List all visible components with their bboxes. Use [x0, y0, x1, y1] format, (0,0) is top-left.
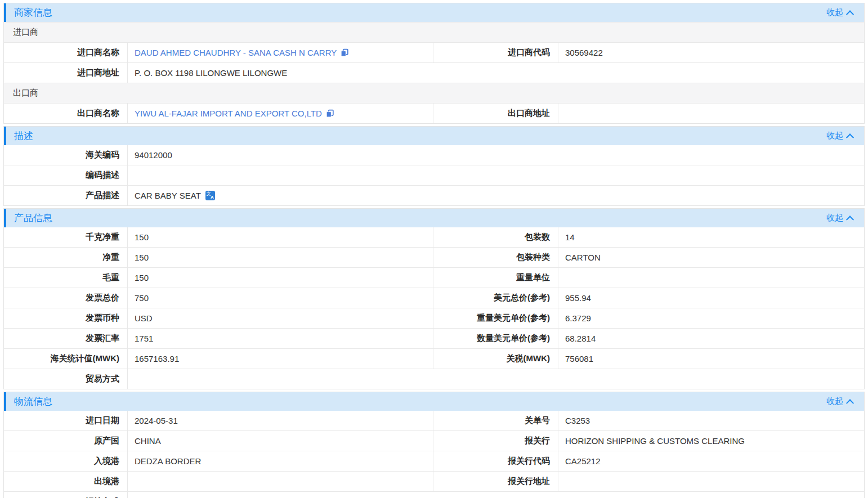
copy-icon[interactable] [326, 109, 334, 118]
field-label: 原产国 [4, 431, 127, 451]
field-value: 2024-05-31 [127, 411, 433, 430]
field-value: 1657163.91 [127, 349, 433, 369]
chevron-up-icon [846, 399, 854, 407]
table-row-hs-code: 海关编码 94012000 [4, 145, 864, 165]
field-value: USD [127, 308, 433, 328]
field-value: DEDZA BORDER [127, 451, 433, 471]
field-label: 报关行代码 [433, 451, 558, 471]
table-row: 发票汇率 1751 数量美元单价(参考) 68.2814 [4, 328, 864, 348]
copy-icon[interactable] [341, 48, 348, 57]
table-row: 毛重 150 重量单位 [4, 267, 864, 288]
collapse-label: 收起 [826, 396, 843, 407]
field-label: 出境港 [4, 472, 127, 491]
chevron-up-icon [846, 10, 854, 18]
translate-icon[interactable]: 文 A [205, 191, 215, 200]
section-title: 产品信息 [14, 212, 52, 225]
section-header-description: 描述 收起 [4, 127, 864, 145]
section-title: 商家信息 [14, 6, 52, 19]
table-row-importer-address: 进口商地址 P. O. BOX 1198 LILONGWE LILONGWE [4, 62, 864, 83]
table-row: 出境港 报关行地址 [4, 471, 864, 491]
subsection-label: 进口商 [13, 27, 38, 38]
field-value-exporter-address [558, 104, 864, 123]
field-value-exporter-name: YIWU AL-FAJAR IMPORT AND EXPORT CO,LTD [127, 104, 433, 123]
table-row-importer-name: 进口商名称 DAUD AHMED CHAUDHRY - SANA CASH N … [4, 42, 864, 62]
field-label: 关税(MWK) [433, 349, 558, 369]
field-label: 出口商地址 [433, 104, 558, 123]
field-value-importer-name: DAUD AHMED CHAUDHRY - SANA CASH N CARRY [127, 43, 433, 62]
field-value-trade-mode [127, 369, 864, 389]
importer-name-link[interactable]: DAUD AHMED CHAUDHRY - SANA CASH N CARRY [135, 48, 337, 57]
field-label: 净重 [4, 248, 127, 267]
field-label: 出口商名称 [4, 104, 127, 123]
field-value-importer-code: 30569422 [558, 43, 864, 62]
section-description: 描述 收起 海关编码 94012000 编码描述 产品描述 CAR BABY S… [3, 126, 865, 206]
collapse-button[interactable]: 收起 [826, 396, 853, 407]
field-value: 150 [127, 268, 433, 288]
exporter-name-link[interactable]: YIWU AL-FAJAR IMPORT AND EXPORT CO,LTD [135, 109, 322, 118]
section-product: 产品信息 收起 千克净重 150 包装数 14 净重 150 包装种类 CART… [3, 208, 865, 389]
field-value: C3253 [558, 411, 864, 430]
section-logistics: 物流信息 收起 进口日期 2024-05-31 关单号 C3253 原产国 CH… [3, 392, 865, 498]
table-row-code-desc: 编码描述 [4, 165, 864, 185]
table-row: 海关统计值(MWK) 1657163.91 关税(MWK) 756081 [4, 348, 864, 369]
collapse-button[interactable]: 收起 [826, 7, 853, 18]
field-label: 产品描述 [4, 186, 127, 205]
field-value: 150 [127, 248, 433, 267]
field-label: 毛重 [4, 268, 127, 288]
field-value: 750 [127, 288, 433, 308]
table-row: 发票币种 USD 重量美元单价(参考) 6.3729 [4, 308, 864, 328]
field-label: 进口商名称 [4, 43, 127, 62]
field-label: 进口商代码 [433, 43, 558, 62]
field-value [558, 268, 864, 288]
field-value: 6.3729 [558, 308, 864, 328]
chevron-up-icon [846, 216, 854, 223]
field-label: 重量单位 [433, 268, 558, 288]
field-value: 1751 [127, 329, 433, 348]
field-value-importer-address: P. O. BOX 1198 LILONGWE LILONGWE [127, 63, 864, 83]
table-row-transport-mode: 运输方式 CONTAINER BY ROAD TRANSPORT [4, 491, 864, 498]
table-row-exporter-name: 出口商名称 YIWU AL-FAJAR IMPORT AND EXPORT CO… [4, 103, 864, 123]
section-title: 物流信息 [14, 395, 52, 408]
product-desc-text: CAR BABY SEAT [135, 191, 201, 200]
field-label: 包装数 [433, 227, 558, 247]
chevron-up-icon [846, 133, 854, 141]
section-header-merchant: 商家信息 收起 [4, 3, 864, 22]
field-value-transport-mode: CONTAINER BY ROAD TRANSPORT [127, 492, 864, 498]
field-value: 150 [127, 227, 433, 247]
field-label: 数量美元单价(参考) [433, 329, 558, 348]
collapse-button[interactable]: 收起 [826, 131, 853, 141]
table-row-trade-mode: 贸易方式 [4, 369, 864, 389]
field-value [127, 472, 433, 491]
field-value: CHINA [127, 431, 433, 451]
field-label: 包装种类 [433, 248, 558, 267]
field-label: 千克净重 [4, 227, 127, 247]
field-value: CARTON [558, 248, 864, 267]
field-label: 编码描述 [4, 165, 127, 185]
field-label: 发票总价 [4, 288, 127, 308]
table-row: 发票总价 750 美元总价(参考) 955.94 [4, 288, 864, 308]
field-value-code-desc [127, 165, 864, 185]
trade-record-detail-page: 商家信息 收起 进口商 进口商名称 DAUD AHMED CHAUDHRY - … [0, 0, 868, 498]
field-label: 发票汇率 [4, 329, 127, 348]
subsection-exporter: 出口商 [4, 83, 864, 103]
field-label: 运输方式 [4, 492, 127, 498]
field-label: 海关编码 [4, 145, 127, 165]
field-value: 68.2814 [558, 329, 864, 348]
field-label: 入境港 [4, 451, 127, 471]
collapse-button[interactable]: 收起 [826, 213, 853, 223]
table-row: 千克净重 150 包装数 14 [4, 227, 864, 247]
table-row: 入境港 DEDZA BORDER 报关行代码 CA25212 [4, 451, 864, 471]
subsection-importer: 进口商 [4, 22, 864, 42]
table-row: 进口日期 2024-05-31 关单号 C3253 [4, 411, 864, 430]
field-label: 海关统计值(MWK) [4, 349, 127, 369]
collapse-label: 收起 [826, 213, 843, 223]
field-label: 进口商地址 [4, 63, 127, 83]
table-row-product-desc: 产品描述 CAR BABY SEAT 文 A [4, 185, 864, 205]
field-value: 14 [558, 227, 864, 247]
table-row: 原产国 CHINA 报关行 HORIZON SHIPPING & CUSTOMS… [4, 430, 864, 451]
collapse-label: 收起 [826, 131, 843, 141]
field-value: 955.94 [558, 288, 864, 308]
section-header-product: 产品信息 收起 [4, 209, 864, 227]
collapse-label: 收起 [826, 7, 843, 18]
table-row: 净重 150 包装种类 CARTON [4, 247, 864, 267]
